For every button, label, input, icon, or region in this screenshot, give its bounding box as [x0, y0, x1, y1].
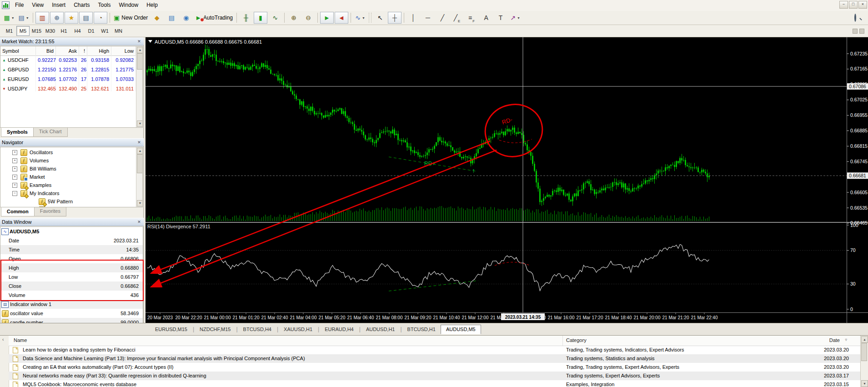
- dropdown-arrow-icon[interactable]: ▼: [362, 16, 365, 20]
- dropdown-arrow-icon[interactable]: ▼: [517, 16, 520, 20]
- menu-view[interactable]: View: [28, 0, 48, 10]
- new-order-button[interactable]: ▣New Order: [112, 12, 149, 24]
- toolbar-grip[interactable]: [369, 13, 371, 23]
- sort-descending-icon[interactable]: ▿: [845, 337, 847, 342]
- restore-button[interactable]: □: [849, 1, 858, 9]
- scroll-thumb[interactable]: [137, 53, 143, 70]
- chart-tab-euraud-h4[interactable]: EURAUD,H4: [320, 325, 359, 334]
- navigator-item-bill-williams[interactable]: +ƒBill Williams: [0, 165, 136, 173]
- profiles-button[interactable]: ▤▼: [17, 12, 30, 24]
- navigator-item-oscillators[interactable]: +ƒOscillators: [0, 148, 136, 156]
- menu-charts[interactable]: Charts: [70, 0, 94, 10]
- column-header-name[interactable]: Name: [14, 337, 27, 343]
- arrows-tool-button[interactable]: ↗▼: [508, 12, 522, 24]
- chart-tab-audusd-m5[interactable]: AUDUSD,M5: [441, 325, 481, 334]
- column-header-high[interactable]: High: [87, 46, 111, 55]
- column-header-symbol[interactable]: Symbol: [0, 46, 36, 55]
- menu-window[interactable]: Window: [115, 0, 143, 10]
- zoom-in-button[interactable]: ⊕: [287, 12, 301, 24]
- chart-tab-btcusd-h1[interactable]: BTCUSD,H1: [402, 325, 441, 334]
- toolbox-collapse-strip[interactable]: ‹: [0, 336, 9, 387]
- scroll-down-icon[interactable]: ▼: [861, 380, 868, 387]
- tab-common[interactable]: Common: [1, 207, 35, 216]
- timeframe-m30[interactable]: M30: [44, 26, 57, 36]
- navigator-scrollbar[interactable]: ▲ ▼: [136, 147, 143, 207]
- navigator-item-examples[interactable]: +ƒExamples: [0, 181, 136, 189]
- vertical-line-tool-button[interactable]: │: [406, 12, 420, 24]
- timeframe-mn[interactable]: MN: [112, 26, 125, 36]
- zoom-out-button[interactable]: ⊖: [301, 12, 315, 24]
- crosshair-tool-button[interactable]: ┼: [388, 12, 401, 24]
- column-header-category[interactable]: Category: [566, 337, 587, 343]
- article-name[interactable]: Data Science and Machine Learning (Part …: [23, 354, 305, 363]
- text-tool-button[interactable]: A: [479, 12, 493, 24]
- expand-icon[interactable]: +: [12, 183, 17, 188]
- scroll-up-icon[interactable]: ▲: [137, 47, 143, 53]
- scroll-down-icon[interactable]: ▼: [137, 200, 143, 206]
- article-name[interactable]: Learn how to design a trading system by …: [23, 346, 135, 354]
- collapse-left-icon[interactable]: ‹: [2, 337, 4, 342]
- tab-symbols[interactable]: Symbols: [1, 128, 34, 137]
- search-icon[interactable]: [854, 15, 856, 21]
- tab-tick-chart[interactable]: Tick Chart: [33, 128, 68, 137]
- signals-button[interactable]: ◉: [179, 12, 193, 24]
- strategy-tester-toggle-button[interactable]: ◔: [94, 12, 107, 24]
- scroll-up-icon[interactable]: ▲: [861, 336, 868, 343]
- column-header-ask[interactable]: Ask: [56, 46, 79, 55]
- menu-file[interactable]: File: [11, 0, 28, 10]
- market-watch-toggle-button[interactable]: ▥: [35, 12, 49, 24]
- toolbar-overflow-icons[interactable]: [853, 29, 864, 34]
- article-name[interactable]: Neural networks made easy (Part 33): Qua…: [23, 372, 206, 380]
- column-header-date[interactable]: Date: [829, 337, 840, 343]
- market-watch-row-eurusd[interactable]: ▲EURUSD1.076851.07702171.078781.07033: [0, 75, 136, 84]
- market-watch-row-usdjpy[interactable]: ▼USDJPY132.465132.49025132.621131.011: [0, 84, 136, 91]
- article-row[interactable]: MQL5 Cookbook: Macroeconomic events data…: [9, 380, 861, 387]
- dropdown-arrow-icon[interactable]: ▼: [11, 16, 15, 20]
- collapse-icon[interactable]: −: [12, 191, 17, 196]
- article-row[interactable]: Learn how to design a trading system by …: [9, 346, 861, 354]
- menu-help[interactable]: Help: [142, 0, 162, 10]
- expand-icon[interactable]: +: [12, 175, 17, 180]
- expand-icon[interactable]: +: [12, 166, 17, 171]
- article-row[interactable]: Data Science and Machine Learning (Part …: [9, 354, 861, 363]
- menu-insert[interactable]: Insert: [48, 0, 70, 10]
- expand-icon[interactable]: +: [12, 158, 17, 163]
- scroll-down-icon[interactable]: ▼: [137, 121, 143, 127]
- navigator-item-my-indicators[interactable]: −ƒMy Indicators: [0, 189, 136, 197]
- timeframe-m1[interactable]: M1: [3, 26, 16, 36]
- chart-tab-xauusd-h1[interactable]: XAUUSD,H1: [279, 325, 317, 334]
- text-label-tool-button[interactable]: T: [494, 12, 507, 24]
- article-row[interactable]: Creating an EA that works automatically …: [9, 363, 861, 372]
- minimize-button[interactable]: −: [839, 1, 848, 9]
- auto-scroll-button[interactable]: ►: [320, 12, 334, 24]
- expand-icon[interactable]: +: [12, 150, 17, 155]
- chart-tab-eurusd-m15[interactable]: EURUSD,M15: [150, 325, 192, 334]
- timeframe-d1[interactable]: D1: [85, 26, 98, 36]
- timeframe-m5[interactable]: M5: [16, 26, 30, 36]
- articles-scrollbar[interactable]: ▲ ▼: [860, 336, 868, 387]
- bar-chart-mode-button[interactable]: ╫: [239, 12, 253, 24]
- indicators-button[interactable]: ∿▼: [353, 12, 367, 24]
- timeframe-w1[interactable]: W1: [98, 26, 111, 36]
- channel-tool-button[interactable]: ╱E: [450, 12, 464, 24]
- navigator-item-volumes[interactable]: +ƒVolumes: [0, 156, 136, 165]
- chart-tab-audusd-h1[interactable]: AUDUSD,H1: [361, 325, 400, 334]
- column-header-low[interactable]: Low: [111, 46, 136, 55]
- navigator-item-5w-pattern[interactable]: ƒ5W Pattern: [0, 197, 136, 206]
- navigator-item-market[interactable]: +ƒMarket: [0, 173, 136, 181]
- chart-tab-btcusd-h4[interactable]: BTCUSD,H4: [238, 325, 276, 334]
- terminal-toggle-button[interactable]: ▤: [79, 12, 93, 24]
- metaeditor-button[interactable]: ◆: [150, 12, 164, 24]
- chart-canvas[interactable]: 0.672350.671650.670950.670250.669550.668…: [146, 37, 868, 323]
- market-watch-row-gbpusd[interactable]: ▲GBPUSD1.221501.22176261.228151.21775: [0, 65, 136, 75]
- timeframe-h1[interactable]: H1: [57, 26, 70, 36]
- market-watch-close-icon[interactable]: ✕: [136, 39, 142, 45]
- article-name[interactable]: Creating an EA that works automatically …: [23, 363, 173, 372]
- experts-button[interactable]: ▤: [165, 12, 178, 24]
- article-name[interactable]: MQL5 Cookbook: Macroeconomic events data…: [23, 380, 136, 387]
- dropdown-arrow-icon[interactable]: ▼: [26, 16, 29, 20]
- fibonacci-tool-button[interactable]: ≡F: [465, 12, 478, 24]
- close-button[interactable]: ×: [858, 1, 867, 9]
- cursor-tool-button[interactable]: ↖: [373, 12, 387, 24]
- column-header-spread[interactable]: !: [79, 46, 87, 55]
